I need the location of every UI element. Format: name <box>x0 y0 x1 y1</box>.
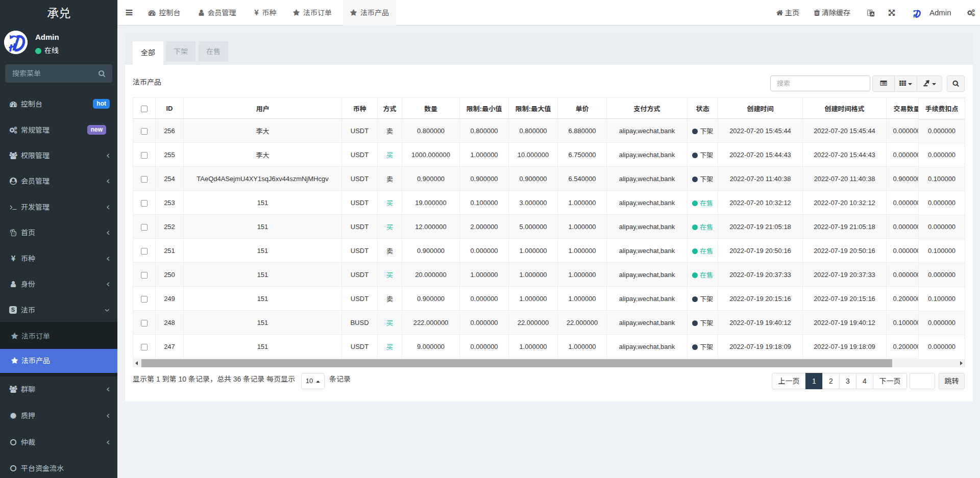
svg-text:A: A <box>871 12 874 16</box>
